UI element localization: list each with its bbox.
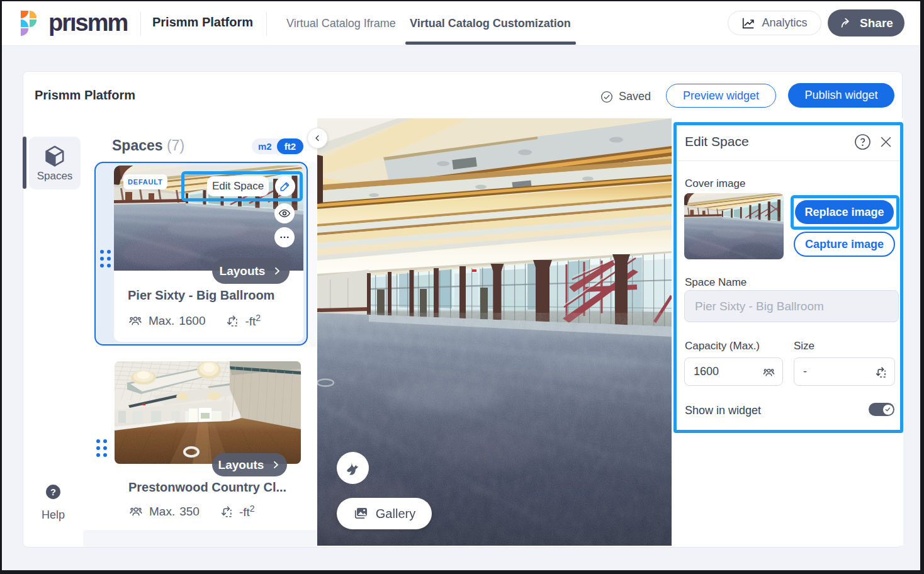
svg-text:?: ? [50,487,56,497]
